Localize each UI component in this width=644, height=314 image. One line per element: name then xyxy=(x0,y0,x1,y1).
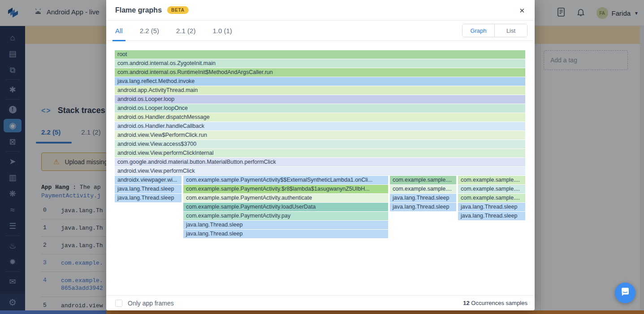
flame-frame-cell[interactable]: androidx.viewpager.wi... xyxy=(115,176,182,184)
flame-frame-cell[interactable]: java.lang.Thread.sleep xyxy=(183,230,388,238)
list-view-button[interactable]: List xyxy=(495,24,527,37)
flame-frame-cell[interactable]: com.example.sample.... xyxy=(458,194,525,202)
occurrences-samples: 12 Occurrences samples xyxy=(463,300,527,306)
modal-footer: Only app frames 12 Occurrences samples xyxy=(106,295,535,310)
flame-frame-cell[interactable]: com.example.sample.PaymentActivity.$r8$l… xyxy=(183,185,388,193)
flame-frame-cell[interactable]: java.lang.Thread.sleep xyxy=(115,194,182,202)
chat-bubble-icon xyxy=(620,287,630,299)
modal-header: Flame graphs BETA xyxy=(106,0,535,21)
flame-frame-cell[interactable]: root xyxy=(115,50,525,59)
only-app-frames-checkbox[interactable] xyxy=(115,300,122,307)
flame-frame-cell[interactable]: com.example.sample.PaymentActivity.loadU… xyxy=(183,203,388,211)
flame-frame-cell[interactable]: java.lang.Thread.sleep xyxy=(390,203,456,211)
flame-frame-cell[interactable]: com.example.sample.PaymentActivity.authe… xyxy=(183,194,388,202)
flame-graph: rootcom.android.internal.os.ZygoteInit.m… xyxy=(115,50,525,239)
flame-frame-cell[interactable]: com.example.sample.PaymentActivity$$Exte… xyxy=(183,176,388,184)
flame-frame-cell[interactable]: com.example.sample.... xyxy=(390,176,456,184)
only-app-frames-label: Only app frames xyxy=(128,300,174,307)
tab-1-0[interactable]: 1.0 (1) xyxy=(212,21,232,41)
tab-2-1[interactable]: 2.1 (2) xyxy=(176,21,195,41)
flame-frame-cell[interactable]: com.example.sample.PaymentActivity.pay xyxy=(183,212,388,220)
chat-widget-button[interactable] xyxy=(615,283,635,303)
flame-frame-cell[interactable]: android.os.Handler.dispatchMessage xyxy=(115,113,525,122)
flame-frame-cell[interactable]: com.example.sample.... xyxy=(390,185,456,193)
flame-frame-cell[interactable]: com.example.sample.... xyxy=(458,185,525,193)
view-toggle: Graph List xyxy=(462,24,527,37)
flame-frame-cell[interactable]: com.android.internal.os.ZygoteInit.main xyxy=(115,59,525,68)
flame-frame-cell[interactable]: android.view.View.performClickInternal xyxy=(115,149,525,157)
flame-frame-cell[interactable]: android.app.ActivityThread.main xyxy=(115,86,525,95)
flame-frame-cell[interactable]: android.view.View$PerformClick.run xyxy=(115,131,525,140)
flame-frame-cell[interactable]: java.lang.reflect.Method.invoke xyxy=(115,77,525,86)
modal-title: Flame graphs xyxy=(115,6,162,14)
occurrences-count: 12 xyxy=(463,300,469,306)
flame-frame-cell[interactable]: java.lang.Thread.sleep xyxy=(390,194,456,202)
beta-badge: BETA xyxy=(167,6,189,14)
flame-frame-cell[interactable]: java.lang.Thread.sleep xyxy=(115,185,182,193)
flame-graphs-modal: Flame graphs BETA ✕ All 2.2 (5) 2.1 (2) … xyxy=(106,0,535,310)
flame-frame-cell[interactable]: android.os.Looper.loopOnce xyxy=(115,104,525,113)
occurrences-label: Occurrences samples xyxy=(470,300,527,306)
flame-frame-cell[interactable]: android.os.Handler.handleCallback xyxy=(115,122,525,131)
flame-frame-cell[interactable]: java.lang.Thread.sleep xyxy=(458,212,525,220)
flame-frame-cell[interactable]: com.android.internal.os.RuntimeInit$Meth… xyxy=(115,68,525,77)
flame-frame-cell[interactable]: android.view.View.performClick xyxy=(115,167,525,175)
flame-frame-cell[interactable]: java.lang.Thread.sleep xyxy=(458,203,525,211)
flame-frame-cell[interactable]: android.view.View.access$3700 xyxy=(115,140,525,148)
flame-frame-cell[interactable]: android.os.Looper.loop xyxy=(115,95,525,104)
flame-frame-cell[interactable]: java.lang.Thread.sleep xyxy=(183,221,388,229)
tab-all[interactable]: All xyxy=(115,21,123,41)
graph-view-button[interactable]: Graph xyxy=(462,24,495,37)
close-icon[interactable]: ✕ xyxy=(517,6,527,16)
flame-frame-cell[interactable]: com.google.android.material.button.Mater… xyxy=(115,158,525,166)
flame-frame-cell[interactable]: com.example.sample.... xyxy=(458,176,525,184)
tab-2-2[interactable]: 2.2 (5) xyxy=(140,21,159,41)
modal-tabbar: All 2.2 (5) 2.1 (2) 1.0 (1) Graph List xyxy=(106,21,535,41)
